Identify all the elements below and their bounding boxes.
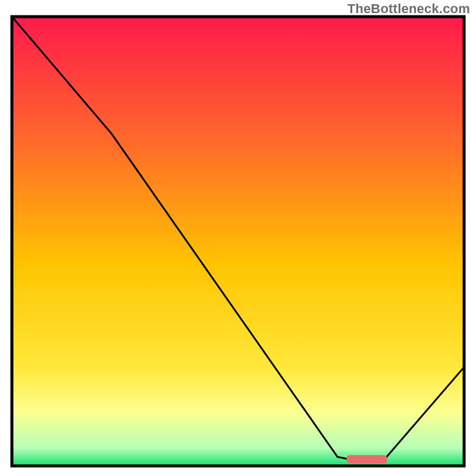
chart-container: TheBottleneck.com bbox=[0, 0, 476, 476]
plot-background bbox=[12, 17, 464, 466]
watermark-text: TheBottleneck.com bbox=[347, 1, 470, 17]
optimal-marker bbox=[346, 455, 387, 464]
bottleneck-chart bbox=[0, 0, 476, 476]
